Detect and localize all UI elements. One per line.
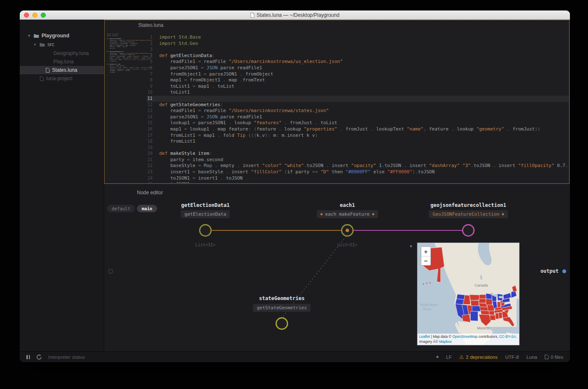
code-line[interactable]: 10 toList1: [147, 89, 569, 96]
port-dot-icon[interactable]: [372, 213, 374, 215]
file-icon: [40, 76, 44, 81]
node-editor-title: Node editor: [129, 190, 171, 196]
sidebar-item-label: Playground: [42, 33, 69, 39]
node-core-dot: [346, 229, 349, 232]
pane-input-port-icon[interactable]: [108, 269, 113, 274]
node-name-getelectiondata1[interactable]: getElectionData1: [181, 202, 230, 208]
sidebar-item-label: Geography.luna: [53, 50, 89, 56]
election-map-graphic: Canada Mexico North Pacific Ocean: [417, 243, 520, 345]
sidebar-item-label: luna-project: [46, 76, 73, 81]
code-line[interactable]: 14 parseJSON1 = JSON.parse readFile1: [147, 114, 569, 120]
node-editor-pane[interactable]: Node editor default main getElectionData…: [104, 184, 570, 351]
node-circle-geojsonfeaturecollection1[interactable]: [462, 224, 475, 237]
deprecations-warning[interactable]: ⚠ 2 deprecations: [459, 354, 498, 360]
title-bar[interactable]: States.luna — ~/Desktop/Playground: [20, 10, 570, 20]
reload-interpreter-button[interactable]: [36, 354, 42, 360]
code-lines[interactable]: 1import Std.Base2import Std.Geo34def get…: [147, 34, 569, 183]
node-name-geojsonfeaturecollection1[interactable]: geojsonfeaturecollection1: [430, 202, 507, 208]
sidebar-item-playground[interactable]: ▾ Playground: [20, 31, 104, 40]
node-expression-getelectiondata1[interactable]: getElectionData: [181, 210, 230, 218]
code-line[interactable]: 13 readFile1 = readFile "/Users/marcinko…: [147, 108, 569, 114]
code-line[interactable]: 9 toList1 = map1 . toList: [147, 84, 569, 90]
status-bar: Interpreter status LF ⚠ 2 deprecations U…: [20, 351, 570, 362]
code-line[interactable]: 21 party = item.second: [147, 157, 569, 163]
minimize-window-button[interactable]: [32, 13, 37, 18]
zoom-out-button[interactable]: −: [421, 256, 430, 265]
project-sidebar: ▾ Playground ▾ src Geography.luna Play.l…: [20, 20, 104, 351]
sidebar-item-src[interactable]: ▾ src: [20, 40, 104, 49]
status-indicator-dot: [436, 356, 438, 358]
language-indicator: Luna: [526, 355, 537, 360]
code-line[interactable]: 1import Std.Base: [147, 34, 569, 41]
license-link[interactable]: CC-BY-SA: [499, 334, 516, 339]
sidebar-item-geography-luna[interactable]: Geography.luna: [20, 49, 104, 57]
document-icon: [250, 13, 255, 18]
folder-icon: [34, 34, 39, 38]
chevron-down-icon[interactable]: ▾: [28, 34, 32, 38]
desktop-background: States.luna — ~/Desktop/Playground ▾ Pla…: [0, 0, 588, 389]
visualization-toggle-icon[interactable]: ▾: [410, 244, 412, 248]
sidebar-item-label: Play.luna: [53, 59, 74, 65]
file-icon: [545, 355, 549, 359]
openstreetmap-link[interactable]: OpenStreetMap: [452, 334, 478, 339]
interpreter-status-label: Interpreter status: [48, 355, 85, 360]
sidebar-item-label: States.luna: [52, 67, 77, 73]
output-port-dot[interactable]: [562, 269, 566, 273]
map-visualization[interactable]: Canada Mexico North Pacific Ocean + − Le…: [417, 243, 520, 345]
mapbox-link[interactable]: Mapbox: [439, 339, 452, 344]
chevron-down-icon[interactable]: ▾: [34, 42, 38, 47]
code-line[interactable]: 6 parseJSON1 = JSON.parse readFile1: [147, 65, 569, 71]
sidebar-item-states-luna[interactable]: States.luna: [20, 66, 104, 74]
node-name-stategeometries[interactable]: stateGeometries: [259, 295, 304, 301]
code-line[interactable]: 17 fromList1 = map1 . fold Tip (((k,v): …: [147, 133, 569, 139]
breadcrumb-default[interactable]: default: [107, 205, 135, 212]
node-circle-getelectiondata1[interactable]: [199, 224, 212, 237]
code-line[interactable]: 12def getStateGeometries:: [147, 102, 569, 108]
code-line[interactable]: 11: [147, 96, 569, 102]
code-line[interactable]: 16 map1 = lookup1 . map feature: (featur…: [147, 126, 569, 133]
map-label-mexico: Mexico: [477, 326, 489, 330]
map-label-ocean-line2: Ocean: [423, 307, 431, 311]
node-expression-stategeometries[interactable]: getStateGeometries: [253, 304, 310, 312]
leaflet-link[interactable]: Leaflet: [419, 334, 430, 339]
code-line[interactable]: 18 fromList1: [147, 138, 569, 145]
code-line[interactable]: 24 toJSON1 = insert1 . toJSON: [147, 175, 569, 182]
breadcrumb-main[interactable]: main: [137, 205, 157, 212]
node-port-type-label: List<SI>: [337, 243, 357, 247]
node-circle-each1[interactable]: [341, 224, 354, 237]
app-window: States.luna — ~/Desktop/Playground ▾ Pla…: [20, 10, 570, 362]
minimap[interactable]: import Std.Baseimport Std.Geodef getElec…: [107, 34, 152, 81]
zoom-in-button[interactable]: +: [421, 247, 430, 256]
sidebar-item-luna-project[interactable]: luna-project: [20, 74, 104, 83]
code-line[interactable]: 3: [147, 47, 569, 53]
code-editor-pane[interactable]: States.luna import Std.Baseimport Std.Ge…: [104, 20, 570, 184]
node-expression-each1[interactable]: each makeFeature: [317, 210, 378, 218]
node-circle-stategeometries[interactable]: [276, 317, 288, 330]
sidebar-item-play-luna[interactable]: Play.luna: [20, 57, 104, 66]
node-port-type-label: List<SI>: [195, 243, 215, 247]
code-line[interactable]: 2import Std.Geo: [147, 41, 569, 47]
code-line[interactable]: 8 map1 = fromObject1 . map .fromText: [147, 77, 569, 84]
file-icon: [46, 68, 50, 73]
code-line[interactable]: 15 lookup1 = parseJSON1 . lookup "featur…: [147, 120, 569, 126]
editor-tab-states-luna[interactable]: States.luna: [130, 22, 172, 28]
code-line[interactable]: 23 insert1 = baseStyle . insert "fillCol…: [147, 169, 569, 175]
code-line[interactable]: 7 fromObject1 = parseJSON1 . fromObject: [147, 71, 569, 78]
encoding-indicator: UTF-8: [505, 355, 519, 360]
output-port[interactable]: output: [533, 268, 566, 274]
code-line[interactable]: 5 readFile1 = readFile "/Users/marcinkos…: [147, 59, 569, 65]
code-line[interactable]: 25 toJSON1: [147, 181, 569, 183]
port-dot-icon[interactable]: [320, 213, 323, 215]
code-line[interactable]: 19: [147, 145, 569, 151]
node-expression-geojsonfeaturecollection1[interactable]: GeoJSONFeatureCollection: [429, 210, 508, 218]
zoom-window-button[interactable]: [41, 13, 46, 18]
code-line[interactable]: 22 baseStyle = Map . empty . insert "col…: [147, 163, 569, 169]
pause-interpreter-button[interactable]: [26, 355, 30, 359]
close-window-button[interactable]: [24, 13, 29, 18]
port-dot-icon[interactable]: [502, 213, 504, 215]
code-line[interactable]: 20def makeStyle item:: [147, 151, 569, 157]
window-title-group: States.luna — ~/Desktop/Playground: [250, 12, 339, 18]
node-name-each1[interactable]: each1: [340, 202, 355, 208]
code-line[interactable]: 4def getElectionData:: [147, 53, 569, 59]
files-count-indicator: 0 files: [545, 355, 563, 360]
